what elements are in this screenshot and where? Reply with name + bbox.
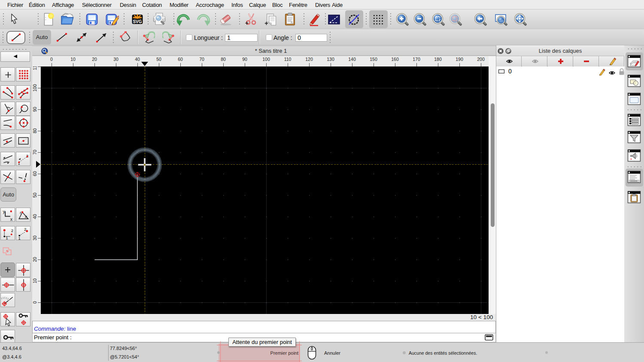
- svg-text:a: a: [25, 214, 27, 219]
- svg-text:SVG: SVG: [133, 19, 142, 24]
- svg-text:x: x: [10, 217, 13, 222]
- svg-text:1: 1: [6, 235, 8, 240]
- svg-text:2: 2: [24, 227, 26, 232]
- svg-text:2: 2: [11, 228, 13, 233]
- svg-text:1: 1: [18, 236, 20, 241]
